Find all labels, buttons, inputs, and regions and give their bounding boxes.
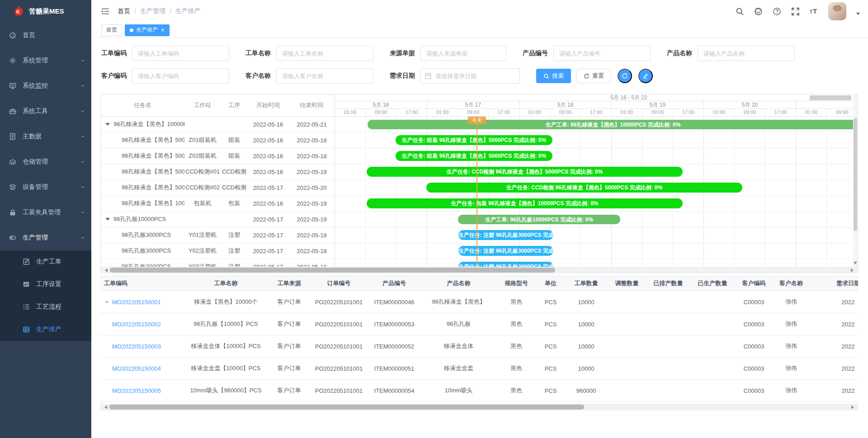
work-order-bar[interactable]: 生产工单: 96孔移液盒【黑色】10000PCS 完成比例: 0% xyxy=(368,120,853,129)
gantt-hscroll-right-arrow[interactable] xyxy=(851,268,855,272)
breadcrumb-item[interactable]: 首页 xyxy=(118,7,130,15)
sidebar-item-仓储管理[interactable]: 仓储管理 xyxy=(0,149,91,174)
sidebar-item-工艺流程[interactable]: 工艺流程 xyxy=(0,296,91,318)
sidebar-item-生产工单[interactable]: 生产工单 xyxy=(0,250,91,273)
filter-input-来源单据[interactable] xyxy=(420,46,506,61)
sidebar-item-生产管理[interactable]: 生产管理 xyxy=(0,225,91,250)
work-order-link[interactable]: MO202205150005 xyxy=(112,387,161,394)
search-button-label: 搜索 xyxy=(552,72,564,80)
help-icon[interactable] xyxy=(773,7,781,16)
process-cell: CCD检测 xyxy=(221,168,248,176)
tab-close-icon[interactable]: ✕ xyxy=(160,28,165,33)
orders-hscroll-left-arrow[interactable] xyxy=(103,405,107,409)
gantt-vertical-scrollbar[interactable] xyxy=(853,94,858,267)
task-bar[interactable]: 生产任务: 组装 96孔移液盒【黑色】5000PCS 完成比例: 0% xyxy=(396,135,552,145)
search-button[interactable]: 搜索 xyxy=(536,69,571,83)
filter-input-工单名称[interactable] xyxy=(276,46,373,61)
task-bar[interactable]: 生产任务: 注塑 96孔孔板3000PCS 完成比例: 0% xyxy=(458,246,553,256)
sidebar-item-工装夹具管理[interactable]: 工装夹具管理 xyxy=(0,200,91,225)
caret-down-icon[interactable] xyxy=(856,13,860,17)
gantt-task-row[interactable]: 96孔孔板3000PCSY01注塑机注塑2022-05-172022-05-18 xyxy=(101,227,335,243)
task-bar[interactable]: 生产任务: CCD检测 96孔移液盒【黑色】5000PCS 完成比例: 0% xyxy=(367,167,683,177)
fullscreen-icon[interactable] xyxy=(791,7,800,16)
filter-label: 产品名称 xyxy=(667,49,692,57)
refresh-icon xyxy=(622,73,628,79)
gantt-task-row[interactable]: 96孔移液盒【黑色】10000PCS包装机包装2022-05-162022-05… xyxy=(101,196,335,212)
task-bar[interactable]: 生产任务: CCD检测 96孔移液盒【黑色】5000PCS 完成比例: 0% xyxy=(426,183,742,193)
font-size-icon[interactable]: TT xyxy=(810,7,818,16)
breadcrumb-separator: / xyxy=(134,8,136,15)
row-expand-chevron-icon[interactable] xyxy=(104,299,109,305)
work-order-link[interactable]: MO202205150004 xyxy=(112,365,161,372)
refresh-circle-button[interactable] xyxy=(618,69,632,83)
work-order-link[interactable]: MO202205150003 xyxy=(112,343,161,350)
filter-input-工单编码[interactable] xyxy=(132,46,229,61)
today-label: 今天 xyxy=(468,117,486,124)
orders-cell: C00003 xyxy=(735,321,773,328)
expand-caret-icon[interactable] xyxy=(105,123,110,126)
work-order-link[interactable]: MO202205150002 xyxy=(112,321,161,328)
filter-input-产品编号[interactable] xyxy=(553,46,651,61)
task-name: 96孔孔板10000PCS xyxy=(113,215,166,223)
gantt-table-header: 任务名工作站工序开始时间结束时间 xyxy=(101,94,335,117)
sidebar-item-系统工具[interactable]: 系统工具 xyxy=(0,99,91,124)
start-time-cell: 2022-05-17 xyxy=(248,232,288,239)
filter-input-产品名称[interactable] xyxy=(698,46,795,61)
task-bar[interactable]: 生产任务: 注塑 96孔孔板3000PCS 完成比例: 0% xyxy=(458,262,553,267)
search-icon[interactable] xyxy=(736,7,744,16)
task-bar[interactable]: 生产任务: 组装 96孔移液盒【黑色】5000PCS 完成比例: 0% xyxy=(396,151,552,161)
gantt-task-row[interactable]: 96孔孔板3000PCSY02注塑机注塑2022-05-172022-05-18 xyxy=(101,243,335,259)
orders-cell: 2022 xyxy=(809,365,858,372)
tab-首页[interactable]: 首页 xyxy=(101,24,122,36)
sidebar-item-系统监控[interactable]: 系统监控 xyxy=(0,73,91,99)
gantt-vscroll-thumb[interactable] xyxy=(854,118,857,231)
filter-input-客户编码[interactable] xyxy=(132,68,229,84)
sidebar-item-设备管理[interactable]: 设备管理 xyxy=(0,174,91,200)
gantt-hscroll-thumb[interactable] xyxy=(110,268,555,273)
gantt-day-label: 5月 19 xyxy=(612,101,704,108)
workstation-cell: Y01注塑机 xyxy=(184,231,221,239)
sidebar-item-生产排产[interactable]: 生产排产 xyxy=(0,318,91,341)
sidebar-collapse-icon[interactable] xyxy=(101,8,109,15)
breadcrumb-item[interactable]: 生产管理 xyxy=(140,7,165,15)
sidebar-item-主数据[interactable]: 主数据 xyxy=(0,124,91,149)
tab-生产排产[interactable]: 生产排产✕ xyxy=(125,24,170,36)
orders-hscroll-right-arrow[interactable] xyxy=(851,405,856,409)
filter-input-客户名称[interactable] xyxy=(276,68,373,84)
sidebar-subitem-label: 生产排产 xyxy=(36,325,85,334)
work-order-link[interactable]: MO202205150001 xyxy=(112,299,161,306)
breadcrumb-item[interactable]: 生产排产 xyxy=(175,7,201,15)
gantt-task-row[interactable]: 96孔孔板10000PCS2022-05-172022-05-19 xyxy=(101,212,335,227)
orders-column-header: 已生产数量 xyxy=(690,279,735,287)
avatar[interactable] xyxy=(828,2,846,20)
gantt-scroll-thumb[interactable] xyxy=(810,95,851,100)
edit-circle-button[interactable] xyxy=(638,69,653,83)
gantt-task-row[interactable]: 96孔移液盒【黑色】10000PCS2022-05-162022-05-21 xyxy=(101,117,335,132)
sidebar-item-系统管理[interactable]: 系统管理 xyxy=(0,48,91,73)
gantt-hscroll-left-arrow[interactable] xyxy=(103,268,108,272)
sidebar-item-首页[interactable]: 首页 xyxy=(0,23,91,48)
demand-date-input[interactable] xyxy=(420,68,520,84)
expand-caret-icon[interactable] xyxy=(105,218,110,221)
orders-hscroll-thumb[interactable] xyxy=(109,405,584,410)
work-order-bar[interactable]: 生产工单: 96孔孔板10000PCS 完成比例: 0% xyxy=(458,215,620,224)
task-bar[interactable]: 生产任务: 包装 96孔移液盒【黑色】10000PCS 完成比例: 0% xyxy=(367,198,683,208)
github-icon[interactable] xyxy=(754,7,763,16)
task-bar[interactable]: 生产任务: 注塑 96孔孔板3000PCS 完成比例: 0% xyxy=(458,230,553,240)
reset-button[interactable]: 重置 xyxy=(576,69,611,83)
gantt-vscroll-down-arrow[interactable] xyxy=(854,262,857,266)
gantt-task-row[interactable]: 96孔移液盒【黑色】5000PCSCCD检测#01CCD检测2022-05-16… xyxy=(101,164,335,180)
sidebar-item-工序设置[interactable]: 工序设置 xyxy=(0,273,91,296)
orders-cell: MO202205150001 xyxy=(100,299,184,306)
gantt-task-row[interactable]: 96孔移液盒【黑色】5000PCSZ01组装机组装2022-05-162022-… xyxy=(101,132,335,148)
orders-horizontal-scrollbar[interactable] xyxy=(100,404,858,410)
orders-cell: 黑色 xyxy=(496,364,537,372)
gantt-task-row[interactable]: 96孔移液盒【黑色】5000PCSZ02组装机组装2022-05-162022-… xyxy=(101,148,335,164)
orders-cell: PCS xyxy=(537,387,565,394)
app-logo[interactable]: K 苦糖果MES xyxy=(0,0,91,23)
gantt-task-row[interactable]: 96孔移液盒【黑色】5000PCSCCD检测#02CCD检测2022-05-17… xyxy=(101,180,335,196)
gantt-hour-row: 01:0009:0017:0001:0009:0017:0001:0009:00… xyxy=(335,109,853,117)
tab-label: 首页 xyxy=(106,26,117,34)
gantt-horizontal-scrollbar[interactable] xyxy=(101,267,858,273)
workstation-cell: Y02注塑机 xyxy=(184,247,221,255)
